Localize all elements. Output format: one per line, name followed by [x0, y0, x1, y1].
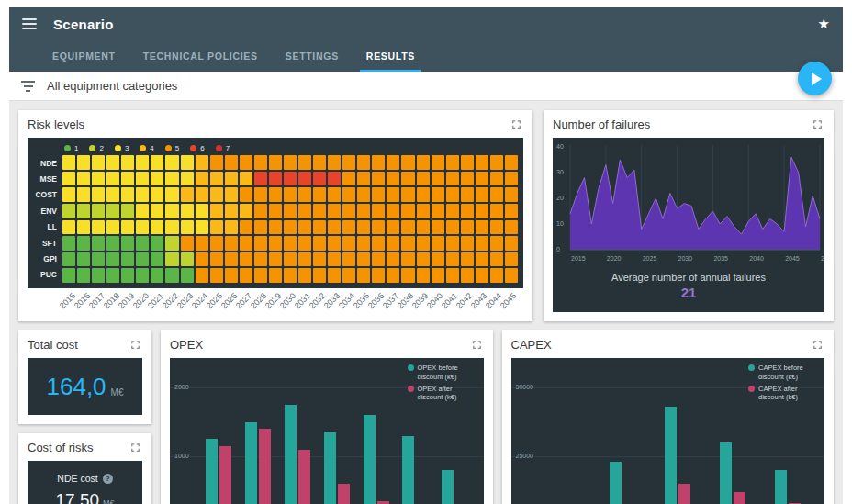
heatmap-cell [165, 268, 178, 283]
heatmap-cell [461, 252, 474, 267]
legend-label: 6 [200, 144, 204, 152]
menu-icon[interactable] [22, 18, 37, 29]
heatmap-cell [298, 236, 311, 251]
tab-equipment[interactable]: EQUIPMENT [39, 40, 129, 72]
legend-label: OPEX before discount (k€) [418, 364, 479, 382]
fullscreen-icon[interactable] [510, 118, 523, 131]
heatmap-cell [269, 155, 282, 170]
heatmap-cell [210, 187, 223, 202]
heatmap-cell [357, 252, 370, 267]
nde-cost-label-row: NDE cost ? [57, 473, 112, 484]
equipment-filter[interactable]: All equipment categories [9, 72, 843, 101]
heatmap-cell [446, 204, 459, 218]
heatmap-cell [357, 236, 370, 251]
heatmap-cell [505, 155, 518, 170]
heatmap-cell [165, 155, 178, 170]
heatmap-cell [476, 204, 488, 218]
svg-text:40: 40 [556, 143, 564, 150]
svg-text:2030: 2030 [678, 255, 693, 262]
risk-grid [62, 155, 518, 283]
heatmap-cell [357, 172, 370, 186]
total-cost-value: 164,0 [47, 373, 106, 401]
failures-card: Number of failures 201520202025203020352… [544, 110, 834, 321]
heatmap-cell [92, 252, 105, 267]
risk-legend-item: 2 [89, 144, 103, 152]
heatmap-cell [269, 172, 282, 186]
heatmap-cell [62, 236, 75, 251]
run-fab[interactable] [798, 62, 832, 95]
fullscreen-icon[interactable] [129, 338, 142, 352]
heatmap-cell [328, 220, 341, 235]
heatmap-cell [446, 268, 459, 283]
total-cost-title: Total cost [28, 338, 78, 352]
heatmap-cell [446, 236, 459, 251]
tab-results[interactable]: RESULTS [353, 40, 429, 72]
axis-tick-label: 2000 [174, 384, 189, 390]
heatmap-cell [196, 187, 208, 202]
tab-technical-policies[interactable]: TECHNICAL POLICIES [129, 40, 272, 72]
heatmap-cell [505, 172, 518, 186]
heatmap-cell [417, 204, 430, 218]
heatmap-cell [298, 172, 311, 186]
dashboard: Risk levels 1234567 NDEMSECOSTENVLLSFTGP… [9, 101, 843, 504]
heatmap-cell [151, 172, 163, 186]
heatmap-cell [372, 172, 385, 186]
heatmap-cell [342, 236, 355, 251]
heatmap-cell [240, 252, 252, 267]
risk-legend-item: 1 [64, 144, 78, 152]
heatmap-cell [401, 268, 414, 283]
heatmap-cell [121, 220, 134, 235]
heatmap-cell [357, 220, 370, 235]
fullscreen-icon[interactable] [129, 441, 142, 454]
heatmap-cell [372, 220, 385, 235]
favorite-icon[interactable]: ★ [818, 16, 830, 32]
heatmap-cell [461, 268, 474, 283]
fullscreen-icon[interactable] [811, 338, 824, 352]
heatmap-cell [387, 220, 399, 235]
heatmap-cell [254, 204, 267, 218]
fullscreen-icon[interactable] [811, 118, 824, 131]
legend-item: OPEX before discount (k€) [408, 364, 479, 382]
heatmap-cell [387, 172, 399, 186]
chart-legend: OPEX before discount (k€)OPEX after disc… [408, 364, 479, 405]
heatmap-cell [490, 220, 503, 235]
fullscreen-icon[interactable] [470, 338, 484, 352]
heatmap-cell [106, 204, 119, 218]
failures-card-title: Number of failures [553, 118, 650, 131]
heatmap-cell [342, 220, 355, 235]
risk-legend-item: 7 [216, 144, 230, 152]
heatmap-cell [77, 155, 90, 170]
heatmap-cell [121, 187, 134, 202]
legend-dot [748, 364, 755, 371]
bar-group [720, 442, 746, 504]
bar-groups [541, 407, 816, 504]
legend-dot [165, 145, 172, 151]
heatmap-cell [136, 220, 149, 235]
heatmap-cell [313, 220, 326, 235]
heatmap-cell [121, 155, 134, 170]
failures-panel: 2015202020252030203520402045205001020304… [553, 138, 824, 312]
help-icon[interactable]: ? [103, 474, 113, 484]
heatmap-cell [77, 204, 90, 218]
heatmap-cell [151, 252, 163, 267]
legend-dot [89, 145, 95, 151]
heatmap-cell [225, 155, 238, 170]
bar-groups [199, 405, 475, 504]
heatmap-cell [225, 268, 238, 283]
heatmap-cell [490, 155, 503, 170]
risk-legend: 1234567 [33, 140, 518, 155]
risk-legend-item: 5 [165, 144, 179, 152]
heatmap-cell [77, 236, 90, 251]
bar [678, 484, 690, 504]
filter-icon[interactable] [21, 81, 35, 92]
total-cost-unit: M€ [111, 387, 124, 398]
heatmap-cell [136, 187, 149, 202]
risk-row-label: PUC [33, 267, 62, 283]
svg-text:30: 30 [556, 169, 564, 175]
heatmap-cell [446, 187, 459, 202]
tab-settings[interactable]: SETTINGS [272, 40, 353, 72]
heatmap-cell [106, 187, 119, 202]
bar [734, 492, 746, 504]
heatmap-cell [181, 172, 194, 186]
capex-card: CAPEX 2500050000CAPEX before discount (k… [502, 330, 835, 504]
